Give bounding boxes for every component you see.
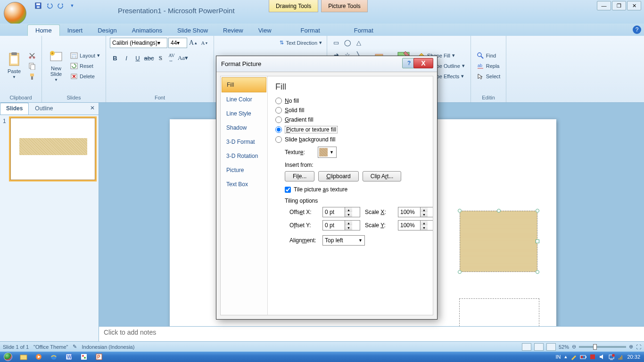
tab-animations[interactable]: Animations xyxy=(124,25,170,36)
taskbar-powerpoint-icon[interactable]: P xyxy=(92,352,106,362)
radio-no-fill[interactable]: No fill xyxy=(275,98,425,104)
pane-close-icon[interactable]: ✕ xyxy=(86,103,99,115)
layout-button[interactable]: Layout ▾ xyxy=(68,51,102,60)
undo-icon[interactable] xyxy=(44,0,55,11)
tile-checkbox-row[interactable]: Tile picture as texture xyxy=(285,186,425,193)
fit-to-window-button[interactable]: ⛶ xyxy=(636,344,641,350)
copy-button[interactable] xyxy=(26,61,38,71)
category-line-style[interactable]: Line Style xyxy=(222,107,266,121)
tab-insert[interactable]: Insert xyxy=(60,25,91,36)
file-button[interactable]: File... xyxy=(285,171,314,181)
contextual-tab-drawing-tools[interactable]: Drawing Tools xyxy=(269,0,318,12)
radio-solid-fill[interactable]: Solid fill xyxy=(275,107,425,114)
underline-button[interactable]: U xyxy=(132,53,143,63)
grow-font-button[interactable]: A▲ xyxy=(188,38,198,48)
close-button[interactable]: ✕ xyxy=(627,1,641,10)
qat-customize-icon[interactable]: ▼ xyxy=(67,0,77,11)
category-3d-format[interactable]: 3-D Format xyxy=(222,135,266,149)
redo-icon[interactable] xyxy=(56,0,66,11)
radio-picture-texture-fill[interactable]: Picture or texture fill xyxy=(275,126,425,133)
help-icon[interactable]: ? xyxy=(633,25,641,34)
resize-handle-ne[interactable] xyxy=(536,209,539,213)
alignment-combo[interactable]: Top left▼ xyxy=(322,235,365,246)
scale-y-spinner[interactable]: ▲▼ xyxy=(398,220,433,230)
find-button[interactable]: Find xyxy=(475,51,503,60)
normal-view-button[interactable] xyxy=(522,343,531,351)
sorter-view-button[interactable] xyxy=(534,343,544,351)
offset-y-spinner[interactable]: ▲▼ xyxy=(322,220,360,230)
clipart-button[interactable]: Clip Art... xyxy=(363,171,402,181)
italic-button[interactable]: I xyxy=(121,53,132,63)
category-3d-rotation[interactable]: 3-D Rotation xyxy=(222,149,266,163)
replace-button[interactable]: abRepla xyxy=(475,61,503,71)
texture-picker[interactable]: ▼ xyxy=(318,147,337,158)
tray-network-icon[interactable] xyxy=(608,354,615,360)
zoom-percentage[interactable]: 52% xyxy=(559,344,569,350)
resize-handle-se[interactable] xyxy=(536,270,539,274)
tab-home[interactable]: Home xyxy=(27,25,60,36)
delete-button[interactable]: Delete xyxy=(68,72,102,81)
tray-show-hidden-icon[interactable]: ▲ xyxy=(564,354,568,359)
paste-button[interactable]: Paste ▼ xyxy=(4,38,25,94)
tab-view[interactable]: View xyxy=(251,25,279,36)
bold-button[interactable]: B xyxy=(110,53,120,63)
category-line-color[interactable]: Line Color xyxy=(222,92,266,107)
new-slide-button[interactable]: New Slide ▼ xyxy=(46,38,66,94)
dialog-close-button[interactable]: X xyxy=(413,58,433,68)
category-shadow[interactable]: Shadow xyxy=(222,121,266,135)
status-language[interactable]: Indonesian (Indonesia) xyxy=(82,344,134,350)
strikethrough-button[interactable]: abc xyxy=(144,53,154,63)
taskbar-explorer-icon[interactable] xyxy=(17,352,31,362)
minimize-button[interactable]: — xyxy=(597,1,611,10)
tray-signal-icon[interactable] xyxy=(618,354,624,360)
notes-pane[interactable]: Click to add notes xyxy=(99,326,644,341)
restore-button[interactable]: ❐ xyxy=(612,1,626,10)
change-case-button[interactable]: Aa▾ xyxy=(178,53,188,63)
text-direction-button[interactable]: ⇅ Text Direction ▾ xyxy=(278,39,324,47)
select-button[interactable]: Select xyxy=(475,72,503,81)
pane-tab-slides[interactable]: Slides xyxy=(0,103,29,115)
tab-picture-format[interactable]: Format xyxy=(347,25,381,36)
tray-language[interactable]: IN xyxy=(556,354,561,360)
selected-shape[interactable] xyxy=(460,211,537,272)
category-text-box[interactable]: Text Box xyxy=(222,177,266,191)
spinner-down-icon[interactable]: ▼ xyxy=(345,212,352,217)
tray-antivirus-icon[interactable] xyxy=(589,354,596,360)
taskbar-paint-icon[interactable] xyxy=(77,352,91,362)
start-button[interactable] xyxy=(0,352,16,362)
reset-button[interactable]: Reset xyxy=(68,61,102,71)
resize-handle-nw[interactable] xyxy=(458,209,462,213)
tab-drawing-format[interactable]: Format xyxy=(293,25,328,36)
resize-handle-sw[interactable] xyxy=(458,270,462,274)
tile-checkbox[interactable] xyxy=(285,187,291,193)
font-family-combo[interactable]: Calibri (Headings) ▾ xyxy=(110,38,167,48)
dialog-titlebar[interactable]: Format Picture ? X xyxy=(216,56,437,72)
shadow-button[interactable]: S xyxy=(155,53,165,63)
resize-handle-n[interactable] xyxy=(497,209,501,213)
zoom-thumb[interactable] xyxy=(593,344,597,350)
taskbar-word-icon[interactable]: W xyxy=(62,352,76,362)
cut-button[interactable] xyxy=(26,51,38,60)
scale-x-spinner[interactable]: ▲▼ xyxy=(398,207,433,217)
radio-gradient-fill[interactable]: Gradient fill xyxy=(275,116,425,123)
category-fill[interactable]: Fill xyxy=(222,77,266,92)
spellcheck-icon[interactable]: ✎ xyxy=(73,344,77,350)
tray-clock[interactable]: 20:32 xyxy=(627,354,640,360)
zoom-out-button[interactable]: ⊖ xyxy=(572,344,576,350)
char-spacing-button[interactable]: AV↔ xyxy=(166,53,177,63)
shape-rect-icon[interactable]: ▭ xyxy=(331,38,341,48)
shape-triangle-icon[interactable]: △ xyxy=(354,38,364,48)
tray-pen-icon[interactable] xyxy=(570,354,577,360)
zoom-in-button[interactable]: ⊕ xyxy=(629,344,633,350)
format-painter-button[interactable] xyxy=(26,72,38,81)
slide-thumbnail[interactable]: 1 xyxy=(3,118,96,180)
resize-handle-e[interactable] xyxy=(536,239,539,243)
pane-tab-outline[interactable]: Outline xyxy=(29,103,59,115)
spinner-up-icon[interactable]: ▲ xyxy=(345,207,352,212)
taskbar-ie-icon[interactable] xyxy=(47,352,61,362)
font-size-combo[interactable]: 44 ▾ xyxy=(168,38,187,48)
taskbar-media-icon[interactable] xyxy=(32,352,46,362)
category-picture[interactable]: Picture xyxy=(222,163,266,177)
tab-review[interactable]: Review xyxy=(215,25,251,36)
slideshow-view-button[interactable] xyxy=(546,343,556,351)
